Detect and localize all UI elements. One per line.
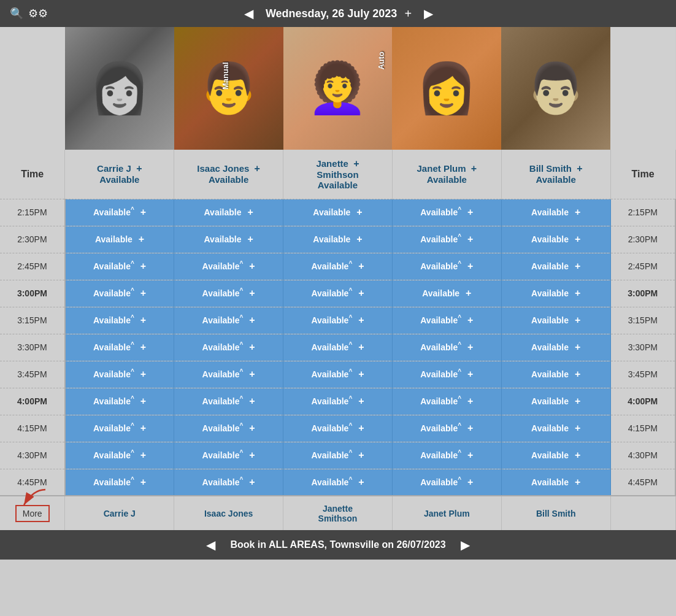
- bill-315pm[interactable]: Available +: [501, 307, 610, 334]
- isaac-445pm[interactable]: Available^ +: [174, 469, 283, 496]
- isaac-230pm[interactable]: Available +: [174, 226, 283, 253]
- bill-245pm[interactable]: Available +: [501, 253, 610, 280]
- bill-345pm[interactable]: Available +: [501, 361, 610, 388]
- bill-plus[interactable]: +: [577, 163, 582, 174]
- time-col-photo-spacer-right: [610, 27, 675, 150]
- janette-315pm[interactable]: Available^ +: [283, 307, 393, 334]
- time-slot-300pm: 3:00PM Available^ + Available^ + Availab…: [0, 280, 675, 307]
- next-booking-button[interactable]: ▶: [456, 535, 475, 555]
- janet-345pm[interactable]: Available^ +: [392, 361, 501, 388]
- add-date-button[interactable]: +: [404, 7, 412, 21]
- carrie-status-label: Available: [99, 174, 139, 185]
- janet-445pm[interactable]: Available^ +: [392, 469, 501, 496]
- photo-row: Manual Auto: [0, 27, 675, 150]
- janette-215pm[interactable]: Available +: [283, 199, 393, 226]
- janette-400pm[interactable]: Available^ +: [283, 388, 393, 415]
- carrie-400pm[interactable]: Available^ +: [65, 388, 174, 415]
- isaac-name-cell: Isaac Jones + Available: [174, 150, 283, 199]
- janette-name2-label: Smithson: [317, 169, 358, 180]
- janet-230pm[interactable]: Available^ +: [392, 226, 501, 253]
- bill-445pm[interactable]: Available +: [501, 469, 610, 496]
- janette-name-cell: Janette + Smithson Available: [283, 150, 393, 199]
- bill-230pm[interactable]: Available +: [501, 226, 610, 253]
- janette-415pm[interactable]: Available^ +: [283, 415, 393, 442]
- time-slot-400pm: 4:00PM Available^ + Available^ + Availab…: [0, 388, 675, 415]
- isaac-photo-cell: Manual: [174, 27, 283, 150]
- carrie-photo-cell: [65, 27, 174, 150]
- janet-name-label: Janet Plum +: [417, 163, 477, 174]
- isaac-245pm[interactable]: Available^ +: [174, 253, 283, 280]
- janette-245pm[interactable]: Available^ +: [283, 253, 393, 280]
- schedule-table: Manual Auto Time Carrie J + Available Is…: [0, 27, 676, 530]
- time-245pm-right: 2:45PM: [610, 253, 675, 280]
- time-slot-245pm: 2:45PM Available^ + Available^ + Availab…: [0, 253, 675, 280]
- carrie-330pm[interactable]: Available^ +: [65, 334, 174, 361]
- janette-300pm[interactable]: Available^ +: [283, 280, 393, 307]
- janette-345pm[interactable]: Available^ +: [283, 361, 393, 388]
- carrie-445pm[interactable]: Available^ +: [65, 469, 174, 496]
- janet-330pm[interactable]: Available^ +: [392, 334, 501, 361]
- janet-245pm[interactable]: Available^ +: [392, 253, 501, 280]
- time-header-right: Time: [610, 150, 675, 199]
- isaac-430pm[interactable]: Available^ +: [174, 442, 283, 469]
- janette-photo: [283, 27, 393, 150]
- janet-photo: [392, 27, 501, 150]
- carrie-345pm[interactable]: Available^ +: [65, 361, 174, 388]
- isaac-400pm[interactable]: Available^ +: [174, 388, 283, 415]
- janet-300pm[interactable]: Available +: [392, 280, 501, 307]
- prev-date-button[interactable]: ◀: [239, 4, 258, 23]
- carrie-315pm[interactable]: Available^ +: [65, 307, 174, 334]
- isaac-plus[interactable]: +: [255, 163, 260, 174]
- janette-230pm[interactable]: Available +: [283, 226, 393, 253]
- bottom-bar-text: Book in ALL AREAS, Townsville on 26/07/2…: [230, 539, 445, 550]
- janet-430pm[interactable]: Available^ +: [392, 442, 501, 469]
- janet-215pm[interactable]: Available^ +: [392, 199, 501, 226]
- bill-300pm[interactable]: Available +: [501, 280, 610, 307]
- isaac-300pm[interactable]: Available^ +: [174, 280, 283, 307]
- isaac-330pm[interactable]: Available^ +: [174, 334, 283, 361]
- search-icon[interactable]: 🔍: [10, 7, 23, 20]
- isaac-315pm[interactable]: Available^ +: [174, 307, 283, 334]
- bill-photo-cell: [501, 27, 610, 150]
- bill-330pm[interactable]: Available +: [501, 334, 610, 361]
- janette-name-label: Janette +: [316, 158, 359, 169]
- isaac-215pm[interactable]: Available +: [174, 199, 283, 226]
- carrie-415pm[interactable]: Available^ +: [65, 415, 174, 442]
- bill-215pm[interactable]: Available +: [501, 199, 610, 226]
- carrie-photo: [65, 27, 174, 150]
- name-row: Time Carrie J + Available Isaac Jones + …: [0, 150, 675, 199]
- carrie-215pm[interactable]: Available^ +: [65, 199, 174, 226]
- carrie-230pm[interactable]: Available +: [65, 226, 174, 253]
- time-445pm-left: 4:45PM: [0, 469, 65, 496]
- settings-icon[interactable]: ⚙⚙: [28, 7, 48, 20]
- janet-plus[interactable]: +: [471, 163, 477, 174]
- top-bar-center: ◀ Wednesday, 26 July 2023 + ▶: [239, 4, 438, 23]
- time-slot-445pm: 4:45PM Available^ + Available^ + Availab…: [0, 469, 675, 496]
- carrie-300pm[interactable]: Available^ +: [65, 280, 174, 307]
- time-430pm-right: 4:30PM: [610, 442, 675, 469]
- prev-booking-button[interactable]: ◀: [201, 535, 220, 555]
- more-button[interactable]: More: [15, 505, 50, 522]
- bill-430pm[interactable]: Available +: [501, 442, 610, 469]
- isaac-415pm[interactable]: Available^ +: [174, 415, 283, 442]
- janet-400pm[interactable]: Available^ +: [392, 388, 501, 415]
- bill-400pm[interactable]: Available +: [501, 388, 610, 415]
- more-cell: More: [0, 496, 65, 530]
- carrie-430pm[interactable]: Available^ +: [65, 442, 174, 469]
- carrie-plus[interactable]: +: [136, 163, 142, 174]
- carrie-245pm[interactable]: Available^ +: [65, 253, 174, 280]
- bill-415pm[interactable]: Available +: [501, 415, 610, 442]
- janette-330pm[interactable]: Available^ +: [283, 334, 393, 361]
- janette-bottom-name: JanetteSmithson: [283, 496, 393, 530]
- isaac-345pm[interactable]: Available^ +: [174, 361, 283, 388]
- janette-plus[interactable]: +: [353, 158, 359, 169]
- time-445pm-right: 4:45PM: [610, 469, 675, 496]
- next-date-button[interactable]: ▶: [419, 4, 438, 23]
- time-330pm-left: 3:30PM: [0, 334, 65, 361]
- janet-415pm[interactable]: Available^ +: [392, 415, 501, 442]
- time-230pm-right: 2:30PM: [610, 226, 675, 253]
- janette-445pm[interactable]: Available^ +: [283, 469, 393, 496]
- janette-430pm[interactable]: Available^ +: [283, 442, 393, 469]
- isaac-bottom-name: Isaac Jones: [174, 496, 283, 530]
- janet-315pm[interactable]: Available^ +: [392, 307, 501, 334]
